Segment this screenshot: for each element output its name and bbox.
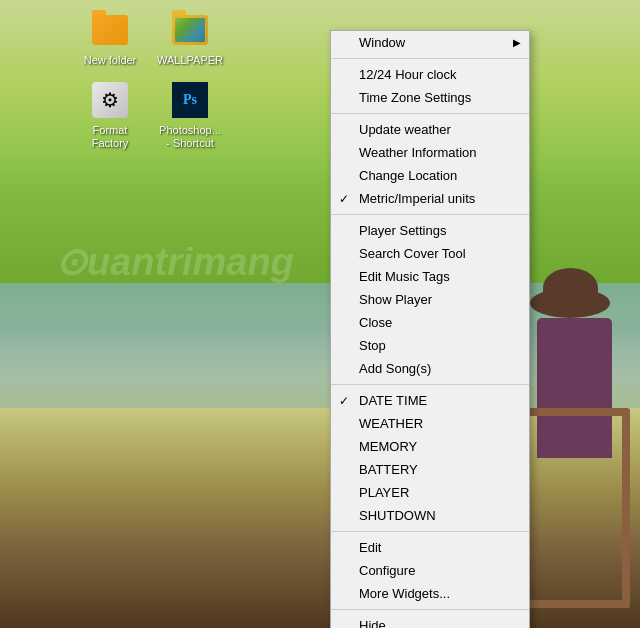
context-menu: Window 12/24 Hour clock Time Zone Settin… [330,30,530,628]
menu-item-search-cover[interactable]: Search Cover Tool [331,242,529,265]
menu-item-metric-imperial[interactable]: Metric/Imperial units [331,187,529,210]
folder-image [90,10,130,50]
menu-item-add-songs[interactable]: Add Song(s) [331,357,529,380]
menu-item-timezone[interactable]: Time Zone Settings [331,86,529,109]
format-factory-icon[interactable]: ⚙ Format Factory [80,80,140,150]
menu-item-show-player[interactable]: Show Player [331,288,529,311]
menu-item-window[interactable]: Window [331,31,529,54]
menu-separator-1 [331,58,529,59]
new-folder-label: New folder [84,54,137,67]
wallpaper-folder-image [170,10,210,50]
menu-item-configure[interactable]: Configure [331,559,529,582]
desktop-icons-row1: New folder WALLPAPER [80,10,220,67]
menu-separator-5 [331,531,529,532]
new-folder-icon[interactable]: New folder [80,10,140,67]
menu-item-weather-widget[interactable]: WEATHER [331,412,529,435]
menu-item-change-location[interactable]: Change Location [331,164,529,187]
menu-separator-6 [331,609,529,610]
photoshop-image: Ps [170,80,210,120]
watermark: ⊙uantrimang [55,240,294,284]
format-factory-image: ⚙ [90,80,130,120]
menu-separator-4 [331,384,529,385]
menu-item-more-widgets[interactable]: More Widgets... [331,582,529,605]
menu-item-battery[interactable]: BATTERY [331,458,529,481]
photoshop-icon[interactable]: Ps Photoshop... - Shortcut [160,80,220,150]
menu-item-weather-info[interactable]: Weather Information [331,141,529,164]
menu-item-close-player[interactable]: Close [331,311,529,334]
menu-item-player-settings[interactable]: Player Settings [331,219,529,242]
menu-item-edit[interactable]: Edit [331,536,529,559]
menu-item-hide[interactable]: Hide [331,614,529,628]
desktop-icons-row2: ⚙ Format Factory Ps Photoshop... - Short… [80,80,220,150]
menu-item-player-widget[interactable]: PLAYER [331,481,529,504]
menu-item-stop[interactable]: Stop [331,334,529,357]
menu-item-memory[interactable]: MEMORY [331,435,529,458]
wallpaper-label: WALLPAPER [157,54,223,67]
menu-item-hour-clock[interactable]: 12/24 Hour clock [331,63,529,86]
menu-item-date-time[interactable]: DATE TIME [331,389,529,412]
photoshop-label: Photoshop... - Shortcut [159,124,221,150]
menu-item-update-weather[interactable]: Update weather [331,118,529,141]
wallpaper-icon[interactable]: WALLPAPER [160,10,220,67]
format-factory-label: Format Factory [80,124,140,150]
menu-item-edit-music-tags[interactable]: Edit Music Tags [331,265,529,288]
menu-separator-3 [331,214,529,215]
menu-separator-2 [331,113,529,114]
menu-item-shutdown[interactable]: SHUTDOWN [331,504,529,527]
